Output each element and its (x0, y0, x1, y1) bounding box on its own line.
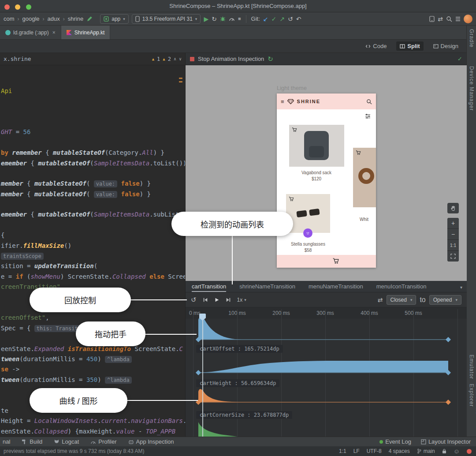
tool-button-event-log[interactable]: Event Log (379, 438, 411, 445)
refresh-icon[interactable]: ↻ (268, 55, 273, 63)
chevron-down-icon[interactable]: ▾ (460, 285, 462, 290)
play-button[interactable] (214, 297, 219, 303)
design-preview-pane: Stop Animation Inspection ↻ ✓ Light them… (185, 53, 466, 437)
chevron-down-icon: ▾ (244, 298, 246, 302)
editor-breadcrumb-bar: x.shrine ▲1 ▲2 ∧ ∨ (0, 53, 185, 65)
git-commit-icon[interactable]: ✓ (271, 16, 277, 22)
warning-icon: ▲ (163, 57, 165, 61)
next-warning-icon[interactable]: ∨ (179, 56, 182, 61)
bookmarks-icon[interactable] (455, 16, 461, 22)
zoom-in-button[interactable]: + (447, 218, 459, 228)
breadcrumb-com[interactable]: com (4, 15, 15, 22)
git-branch-widget[interactable]: main (417, 448, 435, 454)
stop-animation-inspection-button[interactable]: Stop Animation Inspection (198, 56, 264, 62)
indent-indicator[interactable]: 4 spaces (389, 448, 410, 454)
minimize-button[interactable] (15, 4, 20, 10)
pan-tool-button[interactable] (447, 203, 459, 213)
speed-select[interactable]: 1x▾ (237, 297, 246, 303)
breadcrumb-adux[interactable]: adux (48, 15, 60, 22)
tool-button-terminal[interactable]: nal (3, 438, 10, 445)
breadcrumb-separator: › (43, 16, 45, 22)
apply-changes-icon[interactable]: ↻ (212, 16, 217, 22)
module-icon (104, 16, 109, 22)
device-select[interactable]: 13.5 Freeform API 31 ▾ (132, 14, 201, 24)
feedback-smiley-icon[interactable]: ☺ (454, 448, 460, 455)
line-ending-indicator[interactable]: LF (353, 448, 360, 454)
code-lines[interactable]: ApiGHT = 56by remember { mutableStateOf(… (1, 65, 184, 437)
tab-label: ShrineApp.kt (74, 30, 105, 36)
sync-icon[interactable]: ⇄ (438, 16, 443, 22)
mode-split[interactable]: Split (396, 41, 423, 51)
chevron-down-icon: ▾ (455, 298, 457, 302)
code-editor-pane: x.shrine ▲1 ▲2 ∧ ∨ ApiGHT = 56by remembe… (0, 53, 185, 437)
debug-button[interactable] (220, 16, 226, 22)
git-push-icon[interactable]: ↗ (279, 16, 285, 22)
device-manager-icon[interactable] (429, 16, 435, 22)
tool-button-device-file-explorer[interactable]: Device File Explorer (469, 384, 476, 437)
profiler-icon[interactable] (229, 16, 235, 21)
zoom-button[interactable] (26, 4, 31, 10)
tool-button-gradle[interactable]: Gradle (469, 29, 475, 48)
prev-warning-icon[interactable]: ∧ (174, 56, 176, 61)
device-icon (135, 16, 140, 22)
curve-cartHeight (198, 361, 448, 373)
from-state-select[interactable]: Closed▾ (387, 295, 416, 305)
titlebar: ShrineCompose – ShrineApp.kt [ShrineComp… (0, 0, 476, 12)
rollback-icon[interactable]: ↶ (296, 16, 301, 22)
anim-tab-cartTransition[interactable]: cartTransition (192, 283, 226, 292)
breadcrumb-shrine[interactable]: shrine (68, 15, 83, 22)
zoom-fit-button[interactable] (447, 251, 459, 262)
callout-connector (232, 235, 233, 284)
tool-button-profiler[interactable]: Profiler (90, 438, 116, 445)
git-update-icon[interactable]: ↙ (263, 16, 268, 22)
inspection-widget[interactable]: ▲1 ▲2 ∧ ∨ (152, 56, 182, 62)
search-icon[interactable] (446, 16, 452, 22)
zoom-out-button[interactable]: − (447, 229, 459, 239)
zoom-100-button[interactable]: 1:1 (447, 240, 459, 250)
lock-icon[interactable] (442, 449, 446, 454)
swap-states-icon[interactable]: ⇄ (378, 296, 383, 303)
playhead[interactable] (202, 315, 203, 437)
product-price: $58 (277, 248, 339, 253)
run-button[interactable]: ▶ (204, 16, 208, 22)
scrollbar-mark[interactable] (179, 81, 182, 82)
anim-tab-menuNameTransition[interactable]: menuNameTransition (309, 283, 363, 292)
tab-shrineapp-kt[interactable]: ShrineApp.kt (61, 26, 111, 39)
to-state-select[interactable]: Opened▾ (429, 295, 461, 305)
scrollbar-mark[interactable] (179, 78, 182, 79)
breadcrumb-google[interactable]: google (22, 15, 40, 22)
tool-button-logcat[interactable]: Logcat (54, 438, 79, 445)
tool-window-bar: nal Build Logcat Profiler App Inspection… (0, 437, 476, 446)
event-log-status-icon (379, 440, 383, 444)
close-button[interactable] (4, 4, 10, 10)
tool-button-app-inspection[interactable]: App Inspection (128, 438, 174, 445)
run-config-select[interactable]: app ▾ (100, 14, 129, 24)
to-label: to (420, 296, 425, 304)
notification-icon[interactable] (467, 449, 472, 454)
preview-canvas[interactable]: Light theme ≡ SHRINE (186, 65, 467, 281)
package-breadcrumb[interactable]: x.shrine (4, 56, 31, 62)
close-icon[interactable]: × (52, 30, 56, 36)
keyframe-diamond (196, 370, 201, 375)
replay-button[interactable]: ↺ (191, 296, 197, 304)
app-preview: ≡ SHRINE (277, 93, 376, 268)
tool-button-device-manager[interactable]: Device Manager (469, 66, 475, 111)
stop-button[interactable]: ■ (238, 16, 241, 21)
cart-icon (356, 150, 361, 155)
tool-button-emulator[interactable]: Emulator (469, 355, 475, 379)
step-back-button[interactable] (203, 297, 208, 303)
history-icon[interactable]: ↺ (288, 16, 293, 22)
tool-button-build[interactable]: Build (22, 438, 42, 445)
anim-tab-menuIconTransition[interactable]: menuIconTransition (376, 283, 427, 292)
anim-tab-shrineNameTransition: shrineNameTransition (239, 283, 295, 292)
avatar[interactable] (464, 15, 472, 23)
caret-position[interactable]: 1:1 (339, 448, 346, 454)
android-studio-window: ShrineCompose – ShrineApp.kt [ShrineComp… (0, 0, 476, 456)
step-forward-button[interactable] (226, 297, 231, 303)
mode-code[interactable]: Code (362, 41, 390, 51)
playback-controls: ↺ 1x▾ ⇄ Closed▾ to (186, 292, 467, 307)
encoding-indicator[interactable]: UTF-8 (367, 448, 382, 454)
mode-design[interactable]: Design (430, 41, 462, 51)
tool-button-layout-inspector[interactable]: Layout Inspector (421, 438, 471, 445)
tab-build-gradle[interactable]: ld.gradle (:app) × (0, 26, 61, 39)
